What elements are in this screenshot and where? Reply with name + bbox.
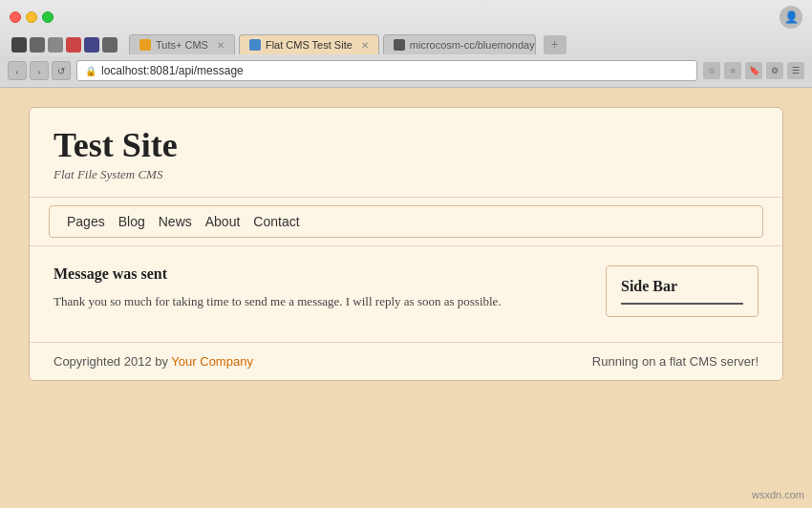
forward-button[interactable]: › xyxy=(30,61,49,80)
title-bar: 👤 xyxy=(0,0,812,32)
nav-link-about[interactable]: About xyxy=(200,212,246,231)
nav-buttons: ‹ › ↺ xyxy=(8,61,71,80)
site-container: Test Site Flat File System CMS Pages Blo… xyxy=(29,107,783,381)
nav-link-blog[interactable]: Blog xyxy=(113,212,151,231)
message-text: Thank you so much for taking time to sen… xyxy=(53,292,587,312)
lock-icon: 🔒 xyxy=(85,66,96,76)
bookmark-icon[interactable]: 🔖 xyxy=(745,62,762,79)
footer-company-link[interactable]: Your Company xyxy=(171,354,253,369)
extension-icon-4[interactable] xyxy=(66,37,81,53)
watermark: wsxdn.com xyxy=(752,489,804,500)
footer-left: Copyrighted 2012 by Your Company xyxy=(53,354,253,369)
maximize-button[interactable] xyxy=(42,11,53,23)
tab-favicon-micro xyxy=(394,39,405,51)
settings-icon[interactable]: ⚙ xyxy=(766,62,783,79)
tab-favicon-tuts xyxy=(139,39,151,51)
site-wrapper: Test Site Flat File System CMS Pages Blo… xyxy=(0,88,812,400)
footer-copyright-text: Copyrighted 2012 by xyxy=(53,354,171,369)
address-bar-row: ‹ › ↺ 🔒 localhost:8081/api/message ☆ ≡ 🔖… xyxy=(0,56,812,87)
reader-icon[interactable]: ≡ xyxy=(724,62,741,79)
tab-label-tuts: Tuts+ CMS xyxy=(156,39,208,51)
footer-right: Running on a flat CMS server! xyxy=(592,354,759,369)
tab-label-micro: microcosm-cc/bluemonday: xyxy=(410,39,536,51)
extension-icon-5[interactable] xyxy=(84,37,99,53)
site-footer: Copyrighted 2012 by Your Company Running… xyxy=(30,342,782,380)
menu-icon[interactable]: ☰ xyxy=(787,62,804,79)
tab-close-tuts[interactable]: ✕ xyxy=(217,40,224,51)
back-button[interactable]: ‹ xyxy=(8,61,27,80)
sidebar-divider xyxy=(621,303,743,305)
main-content: Message was sent Thank you so much for t… xyxy=(53,265,587,323)
site-header: Test Site Flat File System CMS xyxy=(30,108,782,198)
tab-close-flat[interactable]: ✕ xyxy=(361,40,369,51)
new-tab-button[interactable]: + xyxy=(544,35,566,54)
site-body: Message was sent Thank you so much for t… xyxy=(30,246,782,342)
extension-icon-1[interactable] xyxy=(11,37,27,53)
site-title: Test Site xyxy=(53,127,759,165)
tab-favicon-flat xyxy=(249,39,261,51)
url-text: localhost:8081/api/message xyxy=(101,64,244,77)
minimize-button[interactable] xyxy=(26,11,37,23)
sidebar-title: Side Bar xyxy=(621,278,743,295)
sidebar-box: Side Bar xyxy=(606,265,759,317)
site-nav: Pages Blog News About Contact xyxy=(30,198,782,246)
refresh-button[interactable]: ↺ xyxy=(52,61,71,80)
close-button[interactable] xyxy=(10,11,21,23)
browser-chrome: 👤 Tuts+ CMS ✕ Flat CMS Test Site ✕ xyxy=(0,0,812,88)
address-bar[interactable]: 🔒 localhost:8081/api/message xyxy=(76,60,697,81)
tab-bar: Tuts+ CMS ✕ Flat CMS Test Site ✕ microco… xyxy=(0,32,812,56)
site-subtitle: Flat File System CMS xyxy=(53,167,759,182)
tab-tuts-cms[interactable]: Tuts+ CMS ✕ xyxy=(129,34,235,54)
nav-link-contact[interactable]: Contact xyxy=(247,212,305,231)
extension-icon-6[interactable] xyxy=(102,37,118,53)
nav-link-news[interactable]: News xyxy=(153,212,198,231)
message-title: Message was sent xyxy=(53,265,587,283)
toolbar-icons: ☆ ≡ 🔖 ⚙ ☰ xyxy=(703,62,804,79)
window-controls xyxy=(10,11,53,23)
tab-microcosm[interactable]: microcosm-cc/bluemonday: ✕ xyxy=(383,34,536,54)
extension-icon-2[interactable] xyxy=(30,37,45,53)
extension-icon-3[interactable] xyxy=(48,37,63,53)
profile-avatar[interactable]: 👤 xyxy=(780,6,802,29)
tab-label-flat: Flat CMS Test Site xyxy=(266,39,353,51)
star-icon[interactable]: ☆ xyxy=(703,62,720,79)
nav-inner: Pages Blog News About Contact xyxy=(49,205,763,238)
sidebar: Side Bar xyxy=(606,265,759,323)
tab-flat-cms[interactable]: Flat CMS Test Site ✕ xyxy=(239,34,379,54)
nav-link-pages[interactable]: Pages xyxy=(61,212,111,231)
